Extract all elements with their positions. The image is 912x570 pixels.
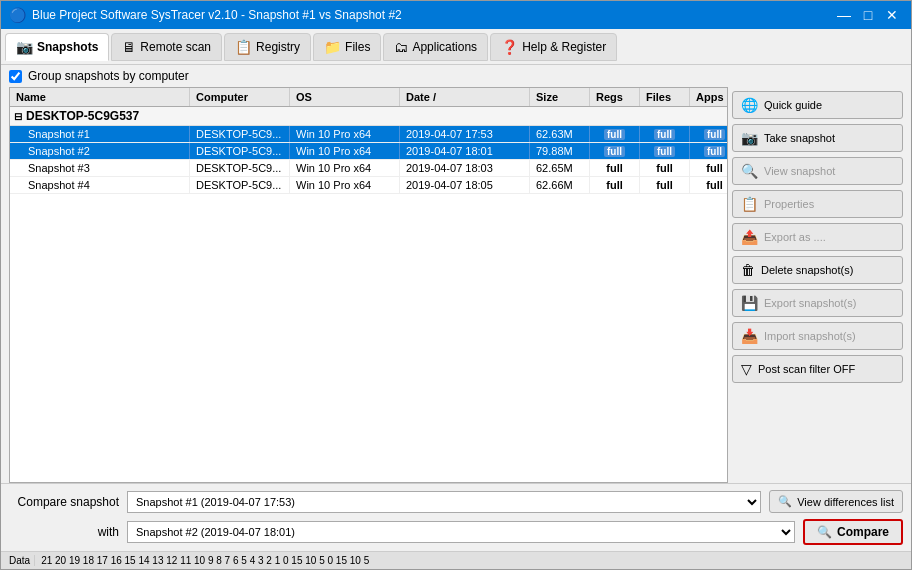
window-title: Blue Project Software SysTracer v2.10 - … [32,8,402,22]
group-row-desktop[interactable]: ⊟ DESKTOP-5C9G537 [10,107,727,126]
view-snapshot-button[interactable]: 🔍 View snapshot [732,157,903,185]
applications-tab-label: Applications [412,40,477,54]
group-by-computer-checkbox[interactable] [9,70,22,83]
compare-label: Compare snapshot [9,495,119,509]
minimize-button[interactable]: — [833,5,855,25]
view-differences-button[interactable]: 🔍 View differences list [769,490,903,513]
with-label: with [9,525,119,539]
table-header: Name Computer OS Date Size Regs Files Ap… [10,88,727,107]
maximize-button[interactable]: □ [857,5,879,25]
snapshots-tab-icon: 📷 [16,39,33,55]
col-apps[interactable]: Apps [690,88,728,106]
tab-snapshots[interactable]: 📷 Snapshots [5,33,109,61]
snapshot-rows-container: Snapshot #1DESKTOP-5C9...Win 10 Pro x642… [10,126,727,194]
tab-registry[interactable]: 📋 Registry [224,33,311,61]
registry-tab-label: Registry [256,40,300,54]
properties-button[interactable]: 📋 Properties [732,190,903,218]
compare-btn-icon: 🔍 [817,525,832,539]
with-snapshot-row: with Snapshot #2 (2019-04-07 18:01) 🔍 Co… [9,519,903,545]
tab-applications[interactable]: 🗂 Applications [383,33,488,61]
col-computer[interactable]: Computer [190,88,290,106]
bottom-bar: Compare snapshot Snapshot #1 (2019-04-07… [1,483,911,551]
close-button[interactable]: ✕ [881,5,903,25]
col-regs[interactable]: Regs [590,88,640,106]
options-bar: Group snapshots by computer [1,65,911,87]
quick-guide-icon: 🌐 [741,97,758,113]
quick-guide-button[interactable]: 🌐 Quick guide [732,91,903,119]
help-tab-icon: ❓ [501,39,518,55]
group-name: DESKTOP-5C9G537 [26,109,139,123]
snapshots-tab-label: Snapshots [37,40,98,54]
col-name[interactable]: Name [10,88,190,106]
export-snapshot-button[interactable]: 💾 Export snapshot(s) [732,289,903,317]
main-window: 🔵 Blue Project Software SysTracer v2.10 … [0,0,912,570]
delete-snapshot-icon: 🗑 [741,262,755,278]
compare-btn-label: Compare [837,525,889,539]
group-by-computer-label: Group snapshots by computer [28,69,189,83]
with-snapshot-select[interactable]: Snapshot #2 (2019-04-07 18:01) [127,521,795,543]
tab-files[interactable]: 📁 Files [313,33,381,61]
status-numbers: 21 20 19 18 17 16 15 14 13 12 11 10 9 8 … [41,555,369,566]
right-panel: 🌐 Quick guide 📷 Take snapshot 🔍 View sna… [732,87,907,483]
compare-snapshot-row: Compare snapshot Snapshot #1 (2019-04-07… [9,490,903,513]
export-as-button[interactable]: 📤 Export as .... [732,223,903,251]
table-row[interactable]: Snapshot #2DESKTOP-5C9...Win 10 Pro x642… [10,143,727,160]
import-snapshot-button[interactable]: 📥 Import snapshot(s) [732,322,903,350]
export-as-icon: 📤 [741,229,758,245]
import-snapshot-icon: 📥 [741,328,758,344]
table-body: ⊟ DESKTOP-5C9G537 Snapshot #1DESKTOP-5C9… [10,107,727,482]
table-row[interactable]: Snapshot #3DESKTOP-5C9...Win 10 Pro x642… [10,160,727,177]
tab-remote-scan[interactable]: 🖥 Remote scan [111,33,222,61]
files-tab-label: Files [345,40,370,54]
main-area: Name Computer OS Date Size Regs Files Ap… [1,87,911,483]
group-toggle-icon[interactable]: ⊟ [14,111,22,122]
status-bar: Data 21 20 19 18 17 16 15 14 13 12 11 10… [1,551,911,569]
table-row[interactable]: Snapshot #4DESKTOP-5C9...Win 10 Pro x642… [10,177,727,194]
col-date[interactable]: Date [400,88,530,106]
col-os[interactable]: OS [290,88,400,106]
take-snapshot-icon: 📷 [741,130,758,146]
view-snapshot-icon: 🔍 [741,163,758,179]
help-tab-label: Help & Register [522,40,606,54]
menu-bar: 📷 Snapshots 🖥 Remote scan 📋 Registry 📁 F… [1,29,911,65]
view-diff-icon: 🔍 [778,495,792,508]
files-tab-icon: 📁 [324,39,341,55]
properties-icon: 📋 [741,196,758,212]
take-snapshot-button[interactable]: 📷 Take snapshot [732,124,903,152]
remote-scan-tab-label: Remote scan [140,40,211,54]
view-diff-label: View differences list [797,496,894,508]
compare-snapshot-select[interactable]: Snapshot #1 (2019-04-07 17:53) [127,491,761,513]
table-row[interactable]: Snapshot #1DESKTOP-5C9...Win 10 Pro x642… [10,126,727,143]
col-size[interactable]: Size [530,88,590,106]
delete-snapshot-button[interactable]: 🗑 Delete snapshot(s) [732,256,903,284]
title-bar: 🔵 Blue Project Software SysTracer v2.10 … [1,1,911,29]
compare-button[interactable]: 🔍 Compare [803,519,903,545]
remote-scan-tab-icon: 🖥 [122,39,136,55]
export-snapshot-icon: 💾 [741,295,758,311]
status-section: Data [9,555,35,566]
app-icon: 🔵 [9,7,26,23]
col-files[interactable]: Files [640,88,690,106]
tab-help[interactable]: ❓ Help & Register [490,33,617,61]
applications-tab-icon: 🗂 [394,39,408,55]
post-scan-filter-icon: ▽ [741,361,752,377]
registry-tab-icon: 📋 [235,39,252,55]
post-scan-filter-button[interactable]: ▽ Post scan filter OFF [732,355,903,383]
snapshot-table-panel: Name Computer OS Date Size Regs Files Ap… [9,87,728,483]
